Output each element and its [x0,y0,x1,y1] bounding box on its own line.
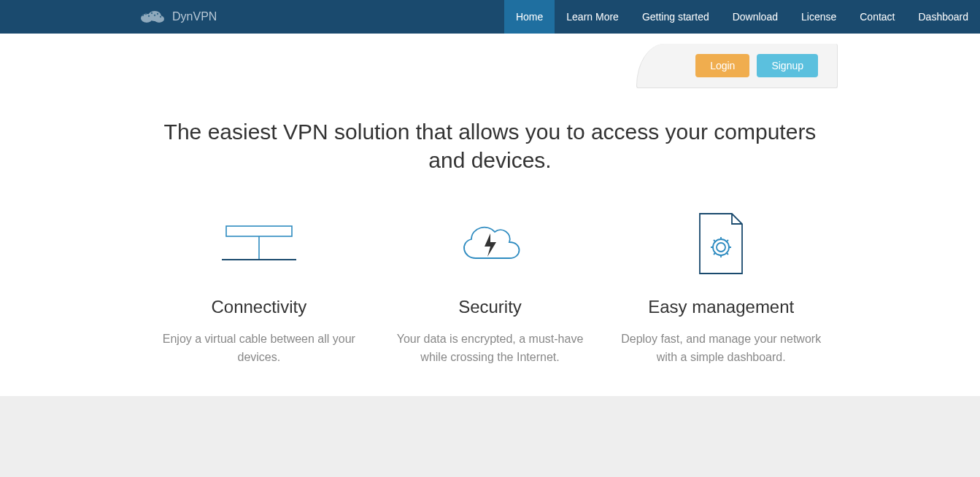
svg-point-7 [154,15,155,16]
features-row: Connectivity Enjoy a virtual cable betwe… [136,211,844,396]
feature-desc: Enjoy a virtual cable between all your d… [151,330,368,367]
svg-point-13 [717,243,725,252]
nav-home[interactable]: Home [504,0,555,34]
login-button[interactable]: Login [695,54,749,77]
nav-license[interactable]: License [790,0,848,34]
svg-rect-10 [226,226,292,236]
nav-learn-more[interactable]: Learn More [555,0,630,34]
feature-desc: Your data is encrypted, a must-have whil… [382,330,598,367]
hero-title: The easiest VPN solution that allows you… [151,117,830,174]
brand-text: DynVPN [172,10,217,23]
svg-point-3 [142,15,144,16]
feature-management: Easy management Deploy fast, and manage … [613,211,830,367]
feature-title: Connectivity [151,297,368,317]
svg-point-4 [145,13,147,15]
svg-point-8 [157,13,158,15]
connectivity-icon [151,211,368,276]
feature-desc: Deploy fast, and manage your network wit… [613,330,830,367]
svg-point-9 [160,16,161,18]
feature-security: Security Your data is encrypted, a must-… [382,211,598,367]
feature-title: Security [382,297,598,317]
nav-dashboard[interactable]: Dashboard [907,0,981,34]
hero: The easiest VPN solution that allows you… [136,117,844,174]
svg-point-5 [148,15,150,17]
nav-getting-started[interactable]: Getting started [630,0,721,34]
feature-connectivity: Connectivity Enjoy a virtual cable betwe… [151,211,368,367]
feature-title: Easy management [613,297,830,317]
cloud-logo-icon [139,6,165,28]
svg-point-2 [154,15,164,23]
signup-button[interactable]: Signup [757,54,818,77]
svg-point-14 [713,239,729,255]
navbar: DynVPN Home Learn More Getting started D… [0,0,980,34]
footer-area [0,396,980,477]
svg-point-6 [151,12,153,14]
auth-bar-container: Login Signup [0,44,980,88]
nav-download[interactable]: Download [721,0,790,34]
security-icon [382,211,598,276]
nav-contact[interactable]: Contact [848,0,906,34]
auth-bar: Login Signup [636,44,838,88]
nav-items: Home Learn More Getting started Download… [504,0,980,34]
brand[interactable]: DynVPN [139,6,217,28]
management-icon [613,211,830,276]
